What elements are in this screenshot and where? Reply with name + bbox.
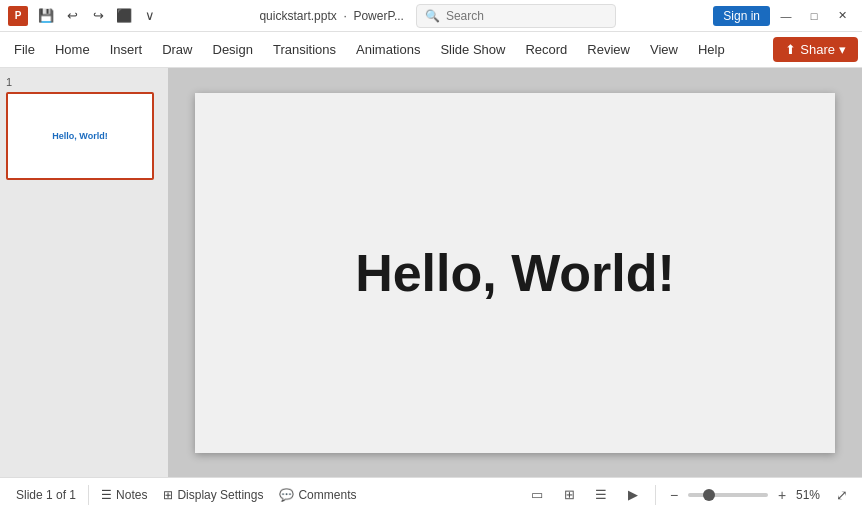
normal-view-button[interactable]: ▭ — [523, 481, 551, 509]
save-button[interactable]: 💾 — [34, 4, 58, 28]
menu-item-design[interactable]: Design — [203, 36, 263, 63]
title-center: quickstart.pptx · PowerP... 🔍 — [170, 4, 705, 28]
fit-slide-button[interactable]: ⤢ — [830, 483, 854, 507]
menu-item-insert[interactable]: Insert — [100, 36, 153, 63]
display-settings-label: Display Settings — [177, 488, 263, 502]
minimize-button[interactable]: — — [774, 4, 798, 28]
maximize-button[interactable]: □ — [802, 4, 826, 28]
comments-icon: 💬 — [279, 488, 294, 502]
menu-item-transitions[interactable]: Transitions — [263, 36, 346, 63]
comments-button[interactable]: 💬 Comments — [271, 484, 364, 506]
sign-in-button[interactable]: Sign in — [713, 6, 770, 26]
notes-button[interactable]: ☰ Notes — [93, 484, 155, 506]
search-box[interactable]: 🔍 — [416, 4, 616, 28]
filename: quickstart.pptx — [259, 9, 336, 23]
search-icon: 🔍 — [425, 9, 440, 23]
menu-item-file[interactable]: File — [4, 36, 45, 63]
search-input[interactable] — [446, 9, 586, 23]
customize-qa-button[interactable]: ⬛ — [112, 4, 136, 28]
app-logo: P — [8, 6, 28, 26]
display-settings-icon: ⊞ — [163, 488, 173, 502]
zoom-out-button[interactable]: − — [664, 485, 684, 505]
slideshow-button[interactable]: ▶ — [619, 481, 647, 509]
notes-icon: ☰ — [101, 488, 112, 502]
slide-main-text: Hello, World! — [355, 243, 675, 303]
undo-button[interactable]: ↩ — [60, 4, 84, 28]
slide-canvas[interactable]: Hello, World! — [195, 93, 835, 453]
display-settings-button[interactable]: ⊞ Display Settings — [155, 484, 271, 506]
zoom-controls: − + 51% — [664, 485, 826, 505]
thumbnail-container[interactable]: Hello, World! — [6, 92, 154, 180]
menu-item-review[interactable]: Review — [577, 36, 640, 63]
main-area: 1 Hello, World! Hello, World! — [0, 68, 862, 477]
menu-item-record[interactable]: Record — [515, 36, 577, 63]
slide-info: Slide 1 of 1 — [8, 488, 84, 502]
title-bar: P 💾 ↩ ↪ ⬛ ∨ quickstart.pptx · PowerP... … — [0, 0, 862, 32]
app-name: PowerP... — [353, 9, 403, 23]
share-dropdown-icon: ▾ — [839, 42, 846, 57]
slide-number-label: 1 — [6, 76, 162, 88]
comments-label: Comments — [298, 488, 356, 502]
reading-view-button[interactable]: ☰ — [587, 481, 615, 509]
title-bar-right: Sign in — □ ✕ — [713, 4, 854, 28]
qa-dropdown-button[interactable]: ∨ — [138, 4, 162, 28]
menu-item-view[interactable]: View — [640, 36, 688, 63]
share-label: Share — [800, 42, 835, 57]
menu-item-draw[interactable]: Draw — [152, 36, 202, 63]
thumbnail-text: Hello, World! — [52, 131, 107, 141]
divider-2 — [655, 485, 656, 505]
share-icon: ⬆ — [785, 42, 796, 57]
quick-access-toolbar: 💾 ↩ ↪ ⬛ ∨ — [34, 4, 162, 28]
status-right: ▭ ⊞ ☰ ▶ − + 51% ⤢ — [523, 481, 854, 509]
canvas-area[interactable]: Hello, World! — [168, 68, 862, 477]
menu-item-slideshow[interactable]: Slide Show — [430, 36, 515, 63]
notes-label: Notes — [116, 488, 147, 502]
slide-sorter-button[interactable]: ⊞ — [555, 481, 583, 509]
slide-thumbnail-1[interactable]: 1 Hello, World! — [6, 76, 162, 180]
divider-1 — [88, 485, 89, 505]
share-button[interactable]: ⬆ Share ▾ — [773, 37, 858, 62]
title-bar-left: P 💾 ↩ ↪ ⬛ ∨ — [8, 4, 162, 28]
status-bar: Slide 1 of 1 ☰ Notes ⊞ Display Settings … — [0, 477, 862, 511]
file-title: quickstart.pptx · PowerP... — [259, 9, 404, 23]
slide-panel: 1 Hello, World! — [0, 68, 168, 477]
menu-item-home[interactable]: Home — [45, 36, 100, 63]
redo-button[interactable]: ↪ — [86, 4, 110, 28]
zoom-in-button[interactable]: + — [772, 485, 792, 505]
menu-bar: File Home Insert Draw Design Transitions… — [0, 32, 862, 68]
menu-item-help[interactable]: Help — [688, 36, 735, 63]
close-button[interactable]: ✕ — [830, 4, 854, 28]
menu-item-animations[interactable]: Animations — [346, 36, 430, 63]
zoom-slider[interactable] — [688, 493, 768, 497]
zoom-percentage: 51% — [796, 488, 826, 502]
